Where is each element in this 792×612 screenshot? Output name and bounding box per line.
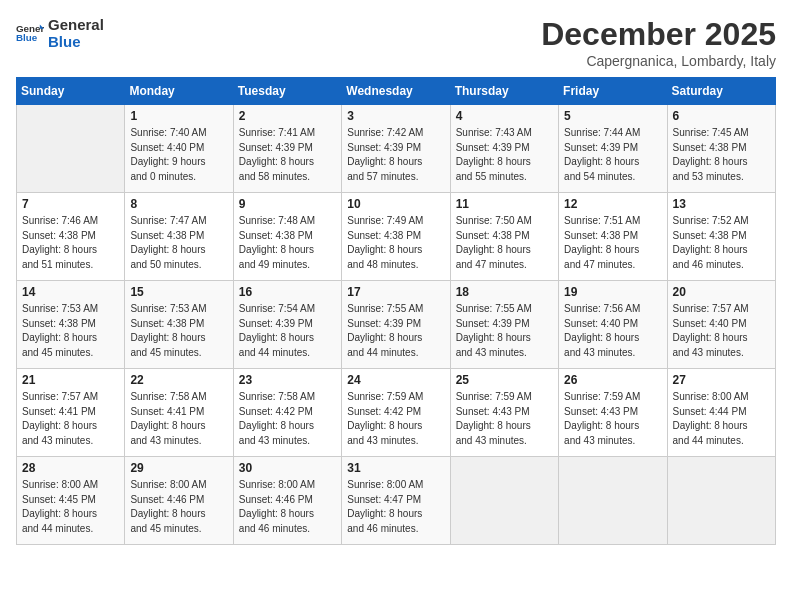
- calendar-cell: 11Sunrise: 7:50 AMSunset: 4:38 PMDayligh…: [450, 193, 558, 281]
- day-number: 16: [239, 285, 336, 299]
- day-info: Sunrise: 7:53 AMSunset: 4:38 PMDaylight:…: [130, 302, 227, 360]
- day-number: 11: [456, 197, 553, 211]
- day-of-week-header: Thursday: [450, 78, 558, 105]
- location-subtitle: Capergnanica, Lombardy, Italy: [541, 53, 776, 69]
- calendar-cell: 12Sunrise: 7:51 AMSunset: 4:38 PMDayligh…: [559, 193, 667, 281]
- calendar-cell: 13Sunrise: 7:52 AMSunset: 4:38 PMDayligh…: [667, 193, 775, 281]
- day-info: Sunrise: 7:56 AMSunset: 4:40 PMDaylight:…: [564, 302, 661, 360]
- day-number: 22: [130, 373, 227, 387]
- calendar-cell: 5Sunrise: 7:44 AMSunset: 4:39 PMDaylight…: [559, 105, 667, 193]
- day-info: Sunrise: 7:47 AMSunset: 4:38 PMDaylight:…: [130, 214, 227, 272]
- day-info: Sunrise: 7:43 AMSunset: 4:39 PMDaylight:…: [456, 126, 553, 184]
- calendar-body: 1Sunrise: 7:40 AMSunset: 4:40 PMDaylight…: [17, 105, 776, 545]
- calendar-cell: 26Sunrise: 7:59 AMSunset: 4:43 PMDayligh…: [559, 369, 667, 457]
- day-number: 7: [22, 197, 119, 211]
- day-number: 8: [130, 197, 227, 211]
- calendar-week-row: 21Sunrise: 7:57 AMSunset: 4:41 PMDayligh…: [17, 369, 776, 457]
- day-number: 6: [673, 109, 770, 123]
- calendar-cell: 20Sunrise: 7:57 AMSunset: 4:40 PMDayligh…: [667, 281, 775, 369]
- calendar-cell: 2Sunrise: 7:41 AMSunset: 4:39 PMDaylight…: [233, 105, 341, 193]
- svg-text:Blue: Blue: [16, 32, 38, 43]
- calendar-cell: 16Sunrise: 7:54 AMSunset: 4:39 PMDayligh…: [233, 281, 341, 369]
- logo-icon: General Blue: [16, 19, 44, 47]
- day-info: Sunrise: 8:00 AMSunset: 4:46 PMDaylight:…: [239, 478, 336, 536]
- calendar-cell: [450, 457, 558, 545]
- day-number: 20: [673, 285, 770, 299]
- day-of-week-header: Wednesday: [342, 78, 450, 105]
- day-number: 23: [239, 373, 336, 387]
- calendar-cell: 1Sunrise: 7:40 AMSunset: 4:40 PMDaylight…: [125, 105, 233, 193]
- logo-text-line1: General: [48, 16, 104, 33]
- calendar-week-row: 1Sunrise: 7:40 AMSunset: 4:40 PMDaylight…: [17, 105, 776, 193]
- calendar-cell: 28Sunrise: 8:00 AMSunset: 4:45 PMDayligh…: [17, 457, 125, 545]
- day-number: 3: [347, 109, 444, 123]
- calendar-table: SundayMondayTuesdayWednesdayThursdayFrid…: [16, 77, 776, 545]
- calendar-cell: 24Sunrise: 7:59 AMSunset: 4:42 PMDayligh…: [342, 369, 450, 457]
- calendar-cell: 17Sunrise: 7:55 AMSunset: 4:39 PMDayligh…: [342, 281, 450, 369]
- day-info: Sunrise: 7:59 AMSunset: 4:43 PMDaylight:…: [456, 390, 553, 448]
- day-of-week-header: Friday: [559, 78, 667, 105]
- logo: General Blue General Blue: [16, 16, 104, 50]
- day-info: Sunrise: 7:41 AMSunset: 4:39 PMDaylight:…: [239, 126, 336, 184]
- month-title: December 2025: [541, 16, 776, 53]
- day-info: Sunrise: 7:52 AMSunset: 4:38 PMDaylight:…: [673, 214, 770, 272]
- calendar-cell: [559, 457, 667, 545]
- day-number: 9: [239, 197, 336, 211]
- day-number: 31: [347, 461, 444, 475]
- day-number: 24: [347, 373, 444, 387]
- day-number: 2: [239, 109, 336, 123]
- days-header-row: SundayMondayTuesdayWednesdayThursdayFrid…: [17, 78, 776, 105]
- day-number: 19: [564, 285, 661, 299]
- calendar-cell: 22Sunrise: 7:58 AMSunset: 4:41 PMDayligh…: [125, 369, 233, 457]
- calendar-cell: 6Sunrise: 7:45 AMSunset: 4:38 PMDaylight…: [667, 105, 775, 193]
- day-info: Sunrise: 7:48 AMSunset: 4:38 PMDaylight:…: [239, 214, 336, 272]
- calendar-cell: 21Sunrise: 7:57 AMSunset: 4:41 PMDayligh…: [17, 369, 125, 457]
- day-number: 30: [239, 461, 336, 475]
- day-of-week-header: Tuesday: [233, 78, 341, 105]
- day-info: Sunrise: 7:42 AMSunset: 4:39 PMDaylight:…: [347, 126, 444, 184]
- calendar-cell: 10Sunrise: 7:49 AMSunset: 4:38 PMDayligh…: [342, 193, 450, 281]
- calendar-cell: 30Sunrise: 8:00 AMSunset: 4:46 PMDayligh…: [233, 457, 341, 545]
- day-number: 10: [347, 197, 444, 211]
- calendar-cell: 31Sunrise: 8:00 AMSunset: 4:47 PMDayligh…: [342, 457, 450, 545]
- day-info: Sunrise: 7:57 AMSunset: 4:40 PMDaylight:…: [673, 302, 770, 360]
- day-number: 25: [456, 373, 553, 387]
- day-info: Sunrise: 8:00 AMSunset: 4:44 PMDaylight:…: [673, 390, 770, 448]
- calendar-cell: 25Sunrise: 7:59 AMSunset: 4:43 PMDayligh…: [450, 369, 558, 457]
- day-info: Sunrise: 7:40 AMSunset: 4:40 PMDaylight:…: [130, 126, 227, 184]
- day-of-week-header: Sunday: [17, 78, 125, 105]
- calendar-cell: [667, 457, 775, 545]
- calendar-cell: 23Sunrise: 7:58 AMSunset: 4:42 PMDayligh…: [233, 369, 341, 457]
- day-info: Sunrise: 7:53 AMSunset: 4:38 PMDaylight:…: [22, 302, 119, 360]
- day-number: 18: [456, 285, 553, 299]
- page-header: General Blue General Blue December 2025 …: [16, 16, 776, 69]
- day-info: Sunrise: 7:58 AMSunset: 4:42 PMDaylight:…: [239, 390, 336, 448]
- calendar-cell: 8Sunrise: 7:47 AMSunset: 4:38 PMDaylight…: [125, 193, 233, 281]
- calendar-cell: 19Sunrise: 7:56 AMSunset: 4:40 PMDayligh…: [559, 281, 667, 369]
- day-number: 26: [564, 373, 661, 387]
- calendar-cell: 3Sunrise: 7:42 AMSunset: 4:39 PMDaylight…: [342, 105, 450, 193]
- day-number: 21: [22, 373, 119, 387]
- day-number: 5: [564, 109, 661, 123]
- day-info: Sunrise: 7:49 AMSunset: 4:38 PMDaylight:…: [347, 214, 444, 272]
- day-number: 17: [347, 285, 444, 299]
- day-info: Sunrise: 7:44 AMSunset: 4:39 PMDaylight:…: [564, 126, 661, 184]
- calendar-cell: 4Sunrise: 7:43 AMSunset: 4:39 PMDaylight…: [450, 105, 558, 193]
- calendar-week-row: 28Sunrise: 8:00 AMSunset: 4:45 PMDayligh…: [17, 457, 776, 545]
- day-number: 15: [130, 285, 227, 299]
- day-info: Sunrise: 7:57 AMSunset: 4:41 PMDaylight:…: [22, 390, 119, 448]
- calendar-cell: 9Sunrise: 7:48 AMSunset: 4:38 PMDaylight…: [233, 193, 341, 281]
- day-info: Sunrise: 7:51 AMSunset: 4:38 PMDaylight:…: [564, 214, 661, 272]
- day-info: Sunrise: 8:00 AMSunset: 4:47 PMDaylight:…: [347, 478, 444, 536]
- day-of-week-header: Monday: [125, 78, 233, 105]
- calendar-cell: 14Sunrise: 7:53 AMSunset: 4:38 PMDayligh…: [17, 281, 125, 369]
- day-info: Sunrise: 7:54 AMSunset: 4:39 PMDaylight:…: [239, 302, 336, 360]
- calendar-cell: 29Sunrise: 8:00 AMSunset: 4:46 PMDayligh…: [125, 457, 233, 545]
- title-block: December 2025 Capergnanica, Lombardy, It…: [541, 16, 776, 69]
- day-number: 27: [673, 373, 770, 387]
- calendar-cell: 15Sunrise: 7:53 AMSunset: 4:38 PMDayligh…: [125, 281, 233, 369]
- day-number: 1: [130, 109, 227, 123]
- day-number: 14: [22, 285, 119, 299]
- day-info: Sunrise: 7:50 AMSunset: 4:38 PMDaylight:…: [456, 214, 553, 272]
- calendar-cell: 18Sunrise: 7:55 AMSunset: 4:39 PMDayligh…: [450, 281, 558, 369]
